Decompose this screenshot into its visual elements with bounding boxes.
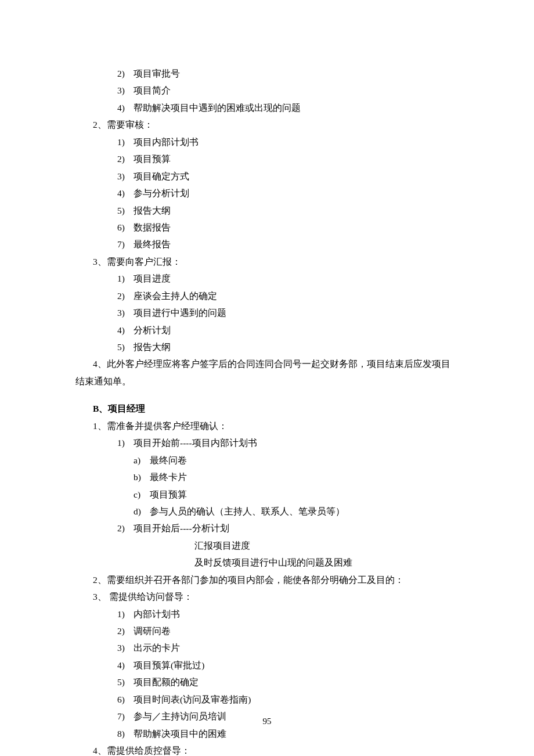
list-heading: 2、需要审核： bbox=[75, 116, 459, 133]
list-item: 4)项目预算(审批过) bbox=[75, 657, 459, 674]
list-continuation: 及时反馈项目进行中山现的问题及困难 bbox=[75, 554, 459, 571]
list-item: 2)座谈会主持人的确定 bbox=[75, 287, 459, 304]
list-item: 1)项目内部计划书 bbox=[75, 134, 459, 150]
list-item: 1)内部计划书 bbox=[75, 606, 459, 622]
list-item: 3)项目简介 bbox=[75, 82, 459, 99]
list-item: 5)项目配额的确定 bbox=[75, 674, 459, 690]
list-heading: 1、需准备并提供客户经理确认： bbox=[75, 417, 459, 434]
list-item: c)项目预算 bbox=[75, 486, 459, 503]
list-item: 2)项目预算 bbox=[75, 150, 459, 167]
list-heading: 3、需要向客户汇报： bbox=[75, 253, 459, 270]
list-item: a)最终问卷 bbox=[75, 452, 459, 469]
list-item: 1)项目开始前----项目内部计划书 bbox=[75, 434, 459, 451]
list-item: 7)最终报告 bbox=[75, 236, 459, 253]
list-item: 1)项目进度 bbox=[75, 270, 459, 287]
list-heading: 2、需要组织并召开各部门参加的项目内部会，能使各部分明确分工及目的： bbox=[75, 571, 459, 588]
paragraph: 4、此外客户经理应将客户签字后的合同连同合同号一起交财务部，项目结束后应发项目结… bbox=[75, 355, 459, 390]
list-heading: 4、需提供给质控督导： bbox=[75, 742, 459, 756]
list-item: 2)项目开始后----分析计划 bbox=[75, 520, 459, 537]
list-item: 6)数据报告 bbox=[75, 219, 459, 236]
list-item: 2)项目审批号 bbox=[75, 65, 459, 82]
list-item: 6)项目时间表(访问及审卷指南) bbox=[75, 691, 459, 708]
list-item: 3)出示的卡片 bbox=[75, 639, 459, 656]
list-item: 4)参与分析计划 bbox=[75, 185, 459, 201]
page-number: 95 bbox=[0, 713, 534, 730]
document-page: 2)项目审批号 3)项目简介 4)帮助解决项目中遇到的困难或出现的问题 2、需要… bbox=[75, 65, 459, 756]
list-heading: 3、 需提供给访问督导： bbox=[75, 588, 459, 605]
list-item: d)参与人员的确认（主持人、联系人、笔录员等） bbox=[75, 503, 459, 520]
list-item: b)最终卡片 bbox=[75, 469, 459, 485]
list-item: 5)报告大纲 bbox=[75, 339, 459, 355]
list-item: 3)项目进行中遇到的问题 bbox=[75, 304, 459, 321]
list-item: 4)分析计划 bbox=[75, 322, 459, 339]
list-item: 3)项目确定方式 bbox=[75, 168, 459, 185]
list-item: 4)帮助解决项目中遇到的困难或出现的问题 bbox=[75, 99, 459, 116]
section-heading-b: B、项目经理 bbox=[75, 400, 459, 417]
list-continuation: 汇报项目进度 bbox=[75, 537, 459, 554]
list-item: 5)报告大纲 bbox=[75, 202, 459, 219]
list-item: 2)调研问卷 bbox=[75, 622, 459, 639]
